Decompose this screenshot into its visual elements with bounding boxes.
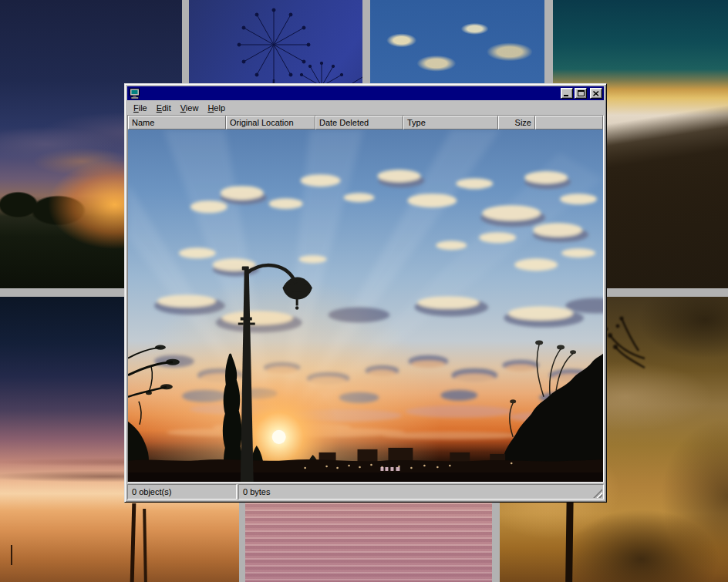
column-header-type[interactable]: Type [403, 116, 498, 130]
water-pole [11, 545, 12, 565]
menu-label: elp [214, 103, 225, 113]
desktop: { "window": { "title": "", "menu": { "it… [0, 0, 728, 582]
column-header-original-location[interactable]: Original Location [226, 116, 315, 130]
title-bar[interactable] [127, 86, 604, 100]
list-content-area[interactable] [128, 130, 603, 482]
column-header-size[interactable]: Size [498, 116, 535, 130]
menu-item-help[interactable]: Help [203, 103, 230, 113]
blurred-pole [565, 489, 574, 582]
close-icon [593, 91, 599, 96]
status-panel-objects: 0 object(s) [127, 484, 237, 500]
column-headers: Name Original Location Date Deleted Type… [128, 116, 603, 130]
computer-icon[interactable] [129, 87, 141, 99]
status-objects-text: 0 object(s) [132, 487, 171, 496]
menu-item-edit[interactable]: Edit [152, 103, 176, 113]
column-header-date-deleted[interactable]: Date Deleted [315, 116, 403, 130]
maximize-button[interactable] [575, 88, 587, 99]
window-controls [561, 88, 602, 99]
file-list-view: Name Original Location Date Deleted Type… [127, 115, 604, 483]
minimize-icon [564, 95, 568, 96]
minimize-button[interactable] [561, 88, 573, 99]
menu-bar: File Edit View Help [127, 100, 604, 115]
status-panel-size: 0 bytes [238, 484, 604, 500]
menu-label: iew [186, 103, 199, 113]
water-pole [130, 503, 136, 582]
menu-accelerator: V [180, 103, 186, 113]
water-pole [143, 509, 147, 582]
menu-accelerator: E [157, 103, 162, 113]
maximize-icon [578, 90, 585, 96]
menu-accelerator: F [133, 103, 139, 113]
menu-label: ile [139, 103, 147, 113]
status-size-text: 0 bytes [243, 487, 270, 496]
close-button[interactable] [590, 88, 602, 99]
menu-label: dit [162, 103, 171, 113]
sunset-streetlamp-photo [128, 130, 603, 482]
recycle-bin-window: File Edit View Help Name Original Locati… [124, 83, 607, 503]
menu-item-file[interactable]: File [129, 103, 152, 113]
column-header-name[interactable]: Name [128, 116, 226, 130]
status-bar: 0 object(s) 0 bytes [127, 484, 604, 500]
menu-item-view[interactable]: View [176, 103, 204, 113]
resize-grip[interactable] [593, 489, 602, 498]
column-header-spacer [535, 116, 603, 130]
